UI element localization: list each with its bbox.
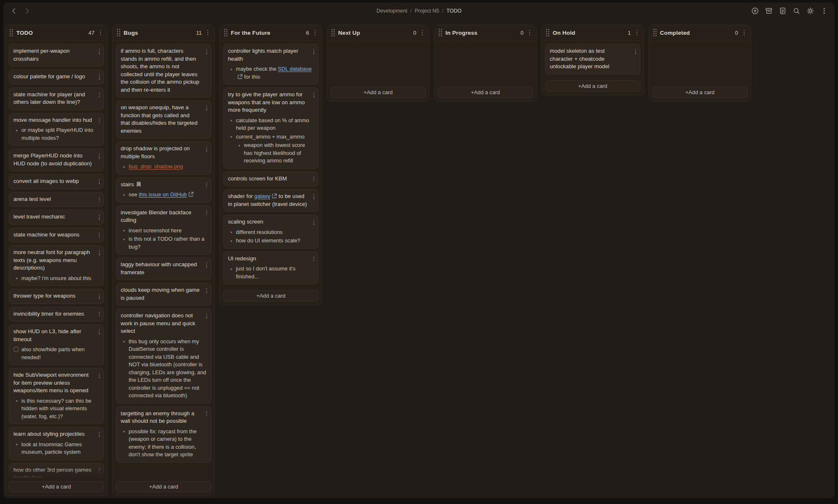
forward-arrow-icon[interactable]: [23, 7, 31, 15]
card-menu-button[interactable]: [97, 73, 102, 81]
add-card-button[interactable]: +Add a card: [545, 80, 640, 92]
card-menu-button[interactable]: [204, 287, 209, 294]
card-menu-button[interactable]: [97, 467, 102, 474]
card[interactable]: stairssee this issue on GitHub: [116, 177, 211, 203]
column-drag-handle-icon[interactable]: [546, 29, 549, 36]
card-menu-button[interactable]: [204, 312, 209, 320]
card-menu-button[interactable]: [311, 255, 316, 263]
column-drag-handle-icon[interactable]: [331, 29, 335, 36]
column-menu-button[interactable]: [98, 29, 103, 37]
card[interactable]: investigate Blender backface cullinginse…: [116, 206, 211, 255]
card[interactable]: scaling screendifferent resolutionshow d…: [223, 215, 318, 249]
card-menu-button[interactable]: [204, 410, 209, 418]
column-drag-handle-icon[interactable]: [653, 29, 657, 36]
card[interactable]: move message handler into hudor maybe sp…: [9, 113, 104, 146]
column-menu-button[interactable]: [313, 29, 318, 37]
column-drag-handle-icon[interactable]: [439, 29, 442, 36]
card-menu-button[interactable]: [311, 193, 316, 201]
card-menu-button[interactable]: [311, 175, 316, 183]
card[interactable]: drop shadow is projected on multiple flo…: [116, 141, 211, 175]
card-menu-button[interactable]: [97, 431, 102, 438]
more-icon[interactable]: [820, 7, 828, 15]
card-menu-button[interactable]: [204, 145, 209, 153]
card-menu-button[interactable]: [204, 48, 209, 55]
card-menu-button[interactable]: [204, 104, 209, 112]
card[interactable]: state machine for weapons: [9, 228, 104, 243]
column-menu-button[interactable]: [527, 29, 533, 37]
card[interactable]: clouds keep moving when game is paused: [116, 283, 211, 306]
column-menu-button[interactable]: [742, 29, 747, 37]
card[interactable]: controller navigation does not work in p…: [116, 309, 211, 404]
card[interactable]: shader for galaxy to be used in planet s…: [223, 189, 318, 212]
card[interactable]: convert all images to webp: [9, 174, 104, 189]
card[interactable]: UI redesignjust so I don't assume it's f…: [223, 252, 318, 285]
card[interactable]: show HUD on L3, hide after timeoutalso s…: [9, 324, 104, 365]
card-menu-button[interactable]: [97, 196, 102, 203]
card-menu-button[interactable]: [97, 178, 102, 185]
new-document-icon[interactable]: [779, 7, 786, 15]
card-menu-button[interactable]: [97, 249, 102, 257]
plus-circle-icon[interactable]: [751, 7, 759, 15]
search-icon[interactable]: [793, 7, 800, 15]
card[interactable]: targetting an enemy through a wall shoul…: [116, 406, 211, 463]
card[interactable]: controller lights match player healthmay…: [223, 44, 318, 85]
card-link[interactable]: this issue on GitHub: [139, 191, 187, 198]
card-menu-button[interactable]: [204, 261, 209, 269]
card-menu-button[interactable]: [97, 213, 102, 221]
add-card-button[interactable]: +Add a card: [652, 87, 747, 98]
breadcrumb-item[interactable]: TODO: [447, 8, 462, 14]
card[interactable]: state machine for player (and others lat…: [9, 87, 104, 110]
column-drag-handle-icon[interactable]: [10, 29, 13, 36]
add-card-button[interactable]: +Add a card: [331, 87, 426, 98]
card-link[interactable]: bug_drop_shadow.png: [129, 163, 183, 170]
column-drag-handle-icon[interactable]: [224, 29, 228, 36]
card-menu-button[interactable]: [97, 311, 102, 318]
card[interactable]: laggy behaviour with uncapped framerate: [116, 257, 211, 280]
card-menu-button[interactable]: [633, 48, 638, 55]
card[interactable]: on weapon unequip, have a function that …: [116, 100, 211, 139]
card[interactable]: more neutral font for paragraph texts (e…: [9, 245, 104, 286]
column-drag-handle-icon[interactable]: [117, 29, 120, 36]
card[interactable]: controls screen for KBM: [223, 172, 318, 187]
add-card-button[interactable]: +Add a card: [9, 481, 104, 492]
card[interactable]: if ammo is full, characters stands in am…: [116, 44, 211, 98]
card[interactable]: try to give the player ammo for weapons …: [223, 87, 318, 169]
card-menu-button[interactable]: [311, 219, 316, 226]
card[interactable]: implement per-weapon crosshairs: [9, 44, 104, 67]
settings-icon[interactable]: [807, 7, 814, 15]
card[interactable]: invincibility timer for enemies: [9, 307, 104, 322]
card-menu-button[interactable]: [311, 91, 316, 99]
card-menu-button[interactable]: [97, 372, 102, 379]
card-menu-button[interactable]: [97, 231, 102, 239]
card-menu-button[interactable]: [97, 91, 102, 99]
card-link[interactable]: SDL database: [278, 66, 312, 72]
card[interactable]: level travel mechanic: [9, 210, 104, 225]
card[interactable]: thrower type for weapons: [9, 289, 104, 304]
card-link[interactable]: galaxy: [254, 193, 270, 199]
card-menu-button[interactable]: [97, 152, 102, 160]
column-menu-button[interactable]: [205, 29, 211, 37]
add-card-button[interactable]: +Add a card: [116, 481, 211, 492]
card-menu-button[interactable]: [204, 209, 209, 217]
card-menu-button[interactable]: [311, 48, 316, 55]
add-card-button[interactable]: +Add a card: [438, 87, 533, 98]
card[interactable]: hide SubViewport environment for item pr…: [9, 368, 104, 424]
card-menu-button[interactable]: [204, 181, 209, 189]
card-menu-button[interactable]: [97, 48, 102, 55]
card[interactable]: learn about styling projectileslook at I…: [9, 427, 104, 460]
archive-icon[interactable]: [765, 7, 773, 15]
breadcrumb-item[interactable]: Development: [377, 8, 408, 14]
card[interactable]: how do other 3rd person games handle the…: [9, 463, 104, 478]
back-arrow-icon[interactable]: [10, 7, 18, 15]
card[interactable]: arena test level: [9, 192, 104, 207]
column-menu-button[interactable]: [634, 29, 640, 37]
card-menu-button[interactable]: [97, 328, 102, 336]
card[interactable]: model skeleton as test character + cheat…: [545, 44, 640, 75]
card-menu-button[interactable]: [97, 117, 102, 124]
breadcrumb-item[interactable]: Project N5: [415, 8, 439, 14]
add-card-button[interactable]: +Add a card: [223, 290, 318, 301]
card[interactable]: colour palette for game / logo: [9, 69, 104, 85]
card-menu-button[interactable]: [97, 293, 102, 300]
column-menu-button[interactable]: [420, 29, 425, 37]
checkbox-circle-icon[interactable]: [13, 347, 19, 352]
